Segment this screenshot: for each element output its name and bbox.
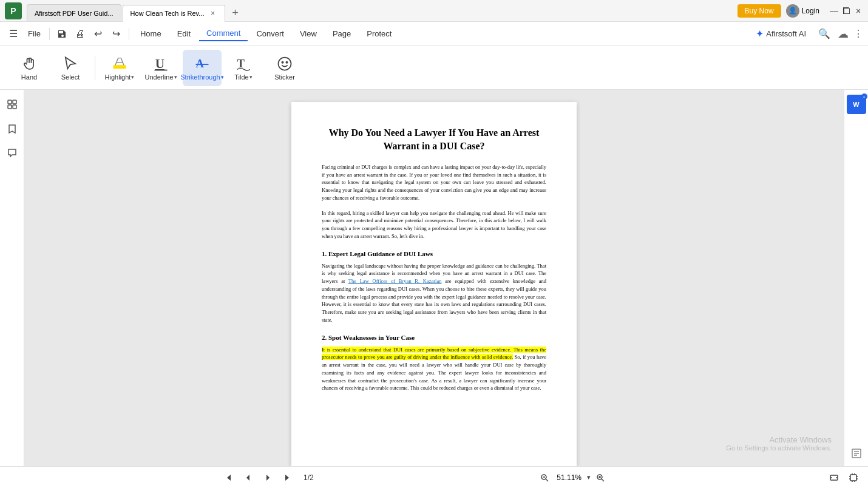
zoom-area: 51.11% ▾	[537, 470, 608, 485]
doc-area: Why Do You Need a Lawyer If You Have an …	[24, 90, 844, 466]
maximize-button[interactable]: ⧠	[841, 6, 851, 16]
toolbar-separator-1	[95, 56, 95, 80]
ai-button[interactable]: ✦ Afirstsoft AI	[751, 25, 811, 42]
prev-page-button[interactable]	[241, 470, 256, 485]
svg-rect-11	[8, 105, 12, 109]
menu-view[interactable]: View	[293, 27, 324, 41]
svg-rect-12	[13, 105, 16, 109]
menu-convert[interactable]: Convert	[249, 27, 291, 41]
fit-width-button[interactable]	[827, 470, 841, 485]
underline-label-row: Underline ▾	[144, 73, 177, 81]
menubar: ☰ File 🖨 ↩ ↪ Home Edit Comment Convert V…	[0, 22, 868, 46]
fit-page-button[interactable]	[846, 470, 861, 485]
user-avatar: 👤	[786, 4, 799, 18]
svg-rect-10	[13, 100, 16, 104]
main-area: Why Do You Need a Lawyer If You Have an …	[0, 90, 868, 466]
menu-home[interactable]: Home	[133, 27, 169, 41]
tab-close-icon[interactable]: ×	[208, 8, 217, 18]
print-button[interactable]: 🖨	[72, 25, 89, 42]
buy-now-button[interactable]: Buy Now	[737, 4, 781, 18]
word-badge[interactable]: W •	[847, 95, 866, 114]
titlebar: P Afirstsoft PDF User Guid... How Clean …	[0, 0, 868, 22]
hamburger-menu[interactable]: ☰	[5, 25, 22, 42]
svg-point-6	[279, 57, 291, 70]
tilde-tool[interactable]: T Tilde ▾	[224, 50, 263, 86]
svg-point-8	[286, 61, 287, 63]
word-badge-dot: •	[861, 93, 867, 100]
menu-file[interactable]: File	[23, 27, 46, 41]
zoom-out-button[interactable]	[537, 470, 552, 485]
section-1-text: Navigating the legal landscape without h…	[322, 262, 546, 324]
left-sidebar	[0, 90, 24, 466]
highlight-tool[interactable]: Highlight ▾	[100, 50, 139, 86]
tab-cleantech[interactable]: How Clean Tech is Rev... ×	[123, 5, 226, 22]
expand-menu-button[interactable]: ⋮	[853, 28, 863, 39]
menu-protect[interactable]: Protect	[359, 27, 399, 41]
menu-comment[interactable]: Comment	[199, 26, 248, 41]
tilde-tool-label: Tilde	[234, 73, 248, 81]
pdf-page: Why Do You Need a Lawyer If You Have an …	[291, 102, 577, 466]
sticker-tool[interactable]: Sticker	[265, 50, 304, 86]
login-label: Login	[802, 7, 819, 15]
redo-button[interactable]: ↪	[108, 25, 125, 42]
section-1-text-after: are equipped with extensive knowledge an…	[322, 278, 546, 323]
next-page-button[interactable]	[260, 470, 275, 485]
close-button[interactable]: ×	[853, 6, 863, 16]
sidebar-thumbnail-icon[interactable]	[2, 95, 22, 114]
separator-1	[49, 28, 50, 40]
zoom-dropdown-arrow[interactable]: ▾	[587, 473, 591, 481]
minimize-button[interactable]: —	[829, 6, 839, 16]
titlebar-right: Buy Now 👤 Login — ⧠ ×	[737, 4, 863, 18]
menu-page[interactable]: Page	[325, 27, 358, 41]
underline-arrow-icon: ▾	[174, 74, 177, 80]
save-button[interactable]	[53, 25, 70, 42]
tilde-label-row: Tilde ▾	[234, 73, 252, 81]
doc-title: Why Do You Need a Lawyer If You Have an …	[322, 126, 546, 154]
svg-text:T: T	[237, 56, 245, 69]
bottombar: 1/2 51.11% ▾	[0, 466, 868, 488]
strikethrough-arrow-icon: ▾	[221, 74, 224, 80]
select-tool[interactable]: Select	[51, 50, 90, 86]
menu-edit[interactable]: Edit	[170, 27, 198, 41]
strikethrough-tool[interactable]: A Strikethrough ▾	[183, 50, 222, 86]
sidebar-comments-icon[interactable]	[2, 143, 22, 163]
highlight-label-row: Highlight ▾	[105, 73, 135, 81]
tab-guide[interactable]: Afirstsoft PDF User Guid...	[27, 4, 121, 21]
section-1-link[interactable]: The Law Offices of Bryan R. Kazarian	[348, 278, 442, 284]
svg-line-18	[546, 479, 548, 481]
page-info: 1/2	[299, 473, 317, 482]
section-1-heading: 1. Expert Legal Guidance of DUI Laws	[322, 250, 546, 257]
undo-button[interactable]: ↩	[90, 25, 107, 42]
login-area[interactable]: 👤 Login	[786, 4, 819, 18]
ai-star-icon: ✦	[756, 28, 764, 39]
hand-tool[interactable]: Hand	[10, 50, 49, 86]
tab-guide-label: Afirstsoft PDF User Guid...	[35, 10, 114, 17]
zoom-level: 51.11%	[554, 473, 585, 482]
last-page-button[interactable]	[280, 470, 294, 485]
right-panel: W •	[844, 90, 868, 466]
underline-tool[interactable]: U Underline ▾	[141, 50, 180, 86]
tabs-area: Afirstsoft PDF User Guid... How Clean Te…	[27, 0, 737, 21]
first-page-button[interactable]	[222, 470, 236, 485]
svg-text:A: A	[196, 56, 205, 69]
doc-para-2: In this regard, hiring a skilled lawyer …	[322, 209, 546, 240]
tab-cleantech-label: How Clean Tech is Rev...	[131, 10, 205, 17]
section-2-heading: 2. Spot Weaknesses in Your Case	[322, 334, 546, 341]
search-button[interactable]: 🔍	[816, 25, 833, 42]
strikethrough-tool-label: Strikethrough	[180, 73, 220, 81]
add-tab-button[interactable]: +	[226, 4, 243, 21]
zoom-in-button[interactable]	[593, 470, 608, 485]
highlight-tool-label: Highlight	[105, 73, 131, 81]
svg-line-21	[602, 479, 604, 481]
hand-tool-label: Hand	[21, 73, 37, 81]
section-2-text: It is essential to understand that DUI c…	[322, 346, 546, 393]
sidebar-bookmark-icon[interactable]	[2, 119, 22, 138]
tilde-arrow-icon: ▾	[249, 74, 253, 80]
underline-tool-label: Underline	[144, 73, 173, 81]
cloud-icon: ☁	[838, 27, 849, 41]
word-badge-label: W	[853, 101, 859, 108]
svg-point-7	[282, 61, 283, 63]
svg-rect-9	[8, 100, 12, 104]
svg-rect-27	[850, 475, 856, 481]
notes-panel-icon[interactable]	[851, 448, 862, 461]
